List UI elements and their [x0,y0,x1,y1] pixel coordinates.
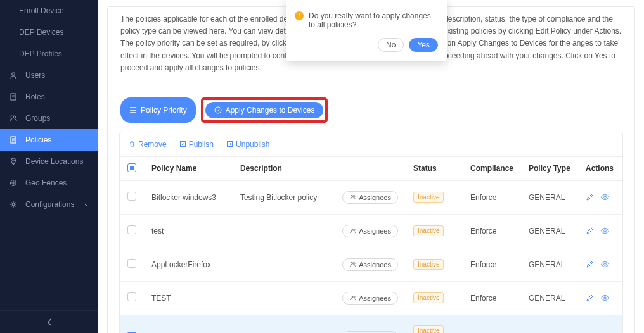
sidebar-item-groups[interactable]: Groups [0,108,98,129]
svg-point-19 [604,263,607,266]
edit-icon[interactable] [586,227,594,235]
row-checkbox[interactable] [127,225,136,234]
view-icon[interactable] [600,294,610,302]
view-icon[interactable] [600,260,610,268]
assignees-pill[interactable]: Assignees [342,292,398,305]
check-circle-icon [214,106,222,114]
select-all-checkbox[interactable] [127,163,136,172]
policy-priority-button[interactable]: Policy Priority [120,97,196,123]
svg-point-21 [353,296,355,298]
svg-point-0 [12,73,15,75]
row-checkbox[interactable] [127,259,136,268]
policy-compliance: Enforce [463,315,521,333]
policy-type: GENERAL [521,214,578,248]
sidebar-item-roles[interactable]: Roles [0,86,98,108]
assignees-pill[interactable]: Assignees [342,191,398,204]
view-icon[interactable] [600,193,610,201]
sidebar-item-users[interactable]: Users [0,65,98,86]
sidebar-item-dep-profiles[interactable]: DEP Profiles [0,43,98,65]
chevron-down-icon [83,201,89,208]
assignees-pill[interactable]: Assignees [342,258,398,271]
policy-compliance: Enforce [463,248,521,281]
sidebar-item-label: Device Locations [25,157,89,166]
unpublish-action[interactable]: Unpublish [226,140,269,149]
table-row: Bitlocker windows3Testing Bitlocker poli… [120,180,622,214]
sidebar-item-enroll-device[interactable]: Enroll Device [0,0,98,22]
policy-name: Bitlocker windows3 [144,180,233,214]
status-badge: Inactive [413,259,444,270]
confirm-popover: ! Do you really want to apply changes to… [286,0,447,61]
svg-point-7 [12,203,15,206]
chevron-left-icon [47,318,52,326]
table-row: Passcode policyThis is a test policyAssi… [120,315,622,333]
sidebar-item-label: DEP Profiles [19,49,89,58]
unpublish-icon [226,141,233,148]
edit-icon[interactable] [586,294,594,302]
svg-point-14 [351,229,353,231]
policy-type: GENERAL [521,315,578,333]
col-status: Status [406,157,463,181]
users-icon [349,194,356,201]
gear-icon [9,200,19,209]
table-row: testAssigneesInactiveEnforceGENERAL [120,214,622,248]
publish-action[interactable]: Publish [179,140,214,149]
policy-desc: Testing Bitlocker policy [233,180,335,214]
sidebar-item-label: Configurations [25,200,83,209]
group-icon [9,114,19,123]
sidebar-item-device-locations[interactable]: Device Locations [0,151,98,172]
sidebar-collapse[interactable] [0,310,98,333]
warning-icon: ! [295,11,304,20]
users-icon [349,261,356,268]
row-checkbox[interactable] [127,292,136,301]
col-name: Policy Name [144,157,233,181]
remove-action[interactable]: Remove [129,140,167,149]
assignees-pill[interactable]: Assignees [342,225,398,237]
policies-icon [9,135,19,144]
policy-desc [233,281,335,315]
policy-name: AppLockerFirefox [144,248,233,281]
svg-point-12 [353,196,355,198]
policy-desc [233,214,335,248]
policies-table: Policy Name Description Status Complianc… [120,157,622,333]
sidebar-item-dep-devices[interactable]: DEP Devices [0,22,98,43]
svg-point-5 [13,160,14,161]
table-row: AppLockerFirefoxAssigneesInactiveEnforce… [120,248,622,281]
status-badge: Inactive [413,292,444,303]
sidebar-item-label: Policies [25,135,89,144]
sidebar-item-configurations[interactable]: Configurations [0,194,98,215]
sidebar-item-geo-fences[interactable]: Geo Fences [0,172,98,194]
sidebar-item-label: Roles [25,92,89,101]
sidebar-item-label: Users [25,71,89,80]
sidebar-item-label: Groups [25,114,89,123]
policy-desc [233,248,335,281]
sidebar-item-label: Enroll Device [19,6,89,15]
svg-rect-9 [180,142,185,147]
table-toolbar: Remove Publish Unpublish [120,132,622,157]
popover-no-button[interactable]: No [378,38,404,52]
view-icon[interactable] [600,227,610,235]
policy-name: test [144,214,233,248]
row-checkbox[interactable] [127,192,136,201]
users-icon [349,227,356,234]
popover-yes-button[interactable]: Yes [409,38,438,52]
policy-desc: This is a test policy [233,315,335,333]
edit-icon[interactable] [586,260,594,268]
pin-icon [9,157,19,166]
list-icon [129,106,137,114]
geo-icon [9,179,19,187]
svg-point-2 [11,116,13,118]
svg-point-18 [353,263,355,265]
sidebar-item-policies[interactable]: Policies [0,129,98,151]
users-icon [349,294,356,301]
doc-icon [9,92,19,101]
apply-changes-button[interactable]: Apply Changes to Devices [205,102,324,118]
svg-point-17 [351,263,353,265]
trash-icon [129,141,136,148]
main-content: The policies applicable for each of the … [98,0,644,333]
svg-point-11 [351,196,353,198]
col-actions: Actions [578,157,622,181]
edit-icon[interactable] [586,193,594,201]
policy-type: GENERAL [521,248,578,281]
col-desc: Description [233,157,335,181]
user-icon [9,71,19,80]
